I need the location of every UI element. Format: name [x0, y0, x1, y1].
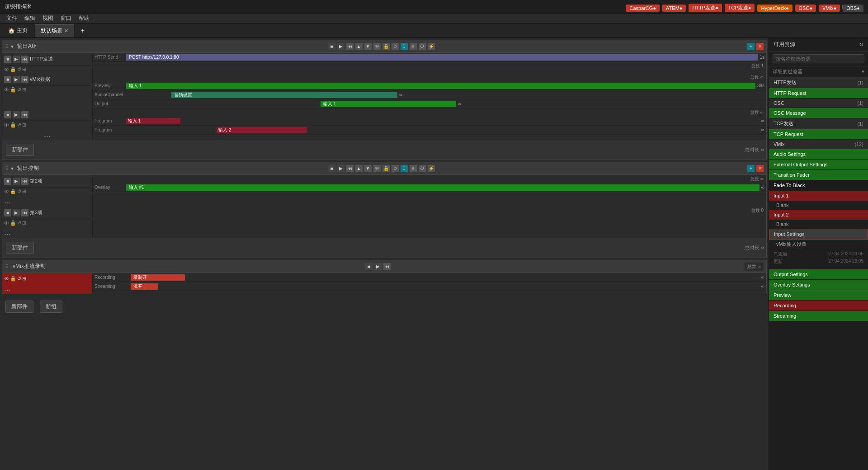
- group-a-prev-btn[interactable]: ⏮: [346, 43, 354, 50]
- rp-ext-output[interactable]: External Output Settings: [769, 160, 868, 170]
- vs-stop-btn[interactable]: ■: [365, 263, 373, 270]
- item2-dots[interactable]: ...: [4, 196, 11, 205]
- prog-prev-btn[interactable]: ⏮: [21, 111, 28, 118]
- group-a-lock-btn[interactable]: 🔒: [382, 43, 390, 50]
- gc-down-btn[interactable]: ▼: [364, 165, 372, 172]
- gc-loop-btn[interactable]: ↺: [392, 165, 399, 172]
- rp-overlay-settings[interactable]: Overlay Settings: [769, 280, 868, 290]
- rp-blank2[interactable]: Blank: [769, 220, 868, 229]
- item3-stop-btn[interactable]: ■: [4, 209, 11, 216]
- prog-loop-icon[interactable]: ↺: [17, 122, 21, 128]
- rp-streaming[interactable]: Streaming: [769, 311, 868, 321]
- gc-num-btn[interactable]: 1: [401, 165, 408, 172]
- gc-prev-btn[interactable]: ⏮: [346, 165, 354, 172]
- rp-audio-settings[interactable]: Audio Settings: [769, 149, 868, 160]
- vs-eye[interactable]: 👁: [4, 276, 9, 282]
- status-osc[interactable]: OSC●: [795, 5, 816, 12]
- rp-filter[interactable]: 详细的过滤器 ▾: [769, 66, 868, 77]
- item3-eye[interactable]: 👁: [4, 221, 9, 226]
- group-a-add-btn[interactable]: +: [747, 43, 755, 50]
- rp-recording[interactable]: Recording: [769, 301, 868, 311]
- rp-input2[interactable]: Input 2: [769, 210, 868, 220]
- group-a-seq-btn[interactable]: ≡: [410, 43, 417, 50]
- status-casparcg[interactable]: CasparCG●: [626, 5, 660, 12]
- vmix-play-btn[interactable]: ▶: [13, 76, 20, 83]
- status-tcp[interactable]: TCP发送●: [725, 4, 755, 12]
- tab-close-icon[interactable]: ✕: [64, 28, 68, 34]
- group-a-up-btn[interactable]: ▲: [355, 43, 363, 50]
- vs-prev-btn[interactable]: ⏮: [383, 263, 391, 270]
- gc-sch-btn[interactable]: ⏱: [419, 165, 426, 172]
- gc-stop-btn[interactable]: ■: [328, 165, 335, 172]
- vmix-lock-icon[interactable]: 🔒: [10, 87, 16, 93]
- prog-eye-icon[interactable]: 👁: [4, 122, 9, 128]
- vmix-eye-icon[interactable]: 👁: [4, 87, 9, 93]
- status-http[interactable]: HTTP发送●: [689, 4, 722, 12]
- rp-tcp-request[interactable]: TCP Request: [769, 129, 868, 140]
- rp-cat-tcp[interactable]: TCP发送 (1): [769, 118, 868, 129]
- group-a-stop-btn[interactable]: ■: [328, 43, 335, 50]
- rp-http-request[interactable]: HTTP Request: [769, 88, 868, 99]
- rp-preview[interactable]: Preview: [769, 290, 868, 301]
- http-eye-icon[interactable]: 👁: [4, 67, 9, 72]
- rp-output-settings[interactable]: Output Settings: [769, 269, 868, 280]
- status-atem[interactable]: ATEM●: [662, 5, 686, 12]
- http-play-btn[interactable]: ▶: [13, 56, 20, 63]
- item2-lock[interactable]: 🔒: [10, 188, 16, 194]
- rp-input-settings[interactable]: Input Settings: [769, 229, 868, 240]
- rp-blank1[interactable]: Blank: [769, 201, 868, 210]
- new-group-btn[interactable]: 新组: [40, 301, 62, 313]
- prog-lock-icon[interactable]: 🔒: [10, 122, 16, 128]
- rp-fade-black[interactable]: Fade To Black: [769, 180, 868, 191]
- item2-grid[interactable]: ⊞: [22, 188, 26, 194]
- rp-transition[interactable]: Transition Fader: [769, 170, 868, 180]
- http-loop-icon[interactable]: ↺: [17, 66, 21, 72]
- gc-bolt-btn[interactable]: ⚡: [428, 165, 435, 172]
- item3-grid[interactable]: ⊞: [22, 220, 26, 226]
- item2-loop[interactable]: ↺: [17, 188, 21, 194]
- prog-stop-btn[interactable]: ■: [4, 111, 11, 118]
- group-a-sch-btn[interactable]: ⏱: [419, 43, 426, 50]
- group-a-down-btn[interactable]: ▼: [364, 43, 372, 50]
- tab-add-btn[interactable]: +: [76, 27, 89, 35]
- group-a-new-btn[interactable]: 新部件: [6, 144, 34, 156]
- item2-stop-btn[interactable]: ■: [4, 178, 11, 185]
- menu-help[interactable]: 帮助: [75, 14, 93, 23]
- vmix-grid-icon[interactable]: ⊞: [22, 87, 26, 93]
- vs-loop[interactable]: ↺: [17, 276, 21, 282]
- vs-lock[interactable]: 🔒: [10, 276, 16, 282]
- item3-loop[interactable]: ↺: [17, 220, 21, 226]
- vs-play-btn[interactable]: ▶: [374, 263, 382, 270]
- gc-add-btn[interactable]: +: [747, 165, 755, 172]
- group-a-play-btn[interactable]: ▶: [337, 43, 344, 50]
- gc-up-btn[interactable]: ▲: [355, 165, 363, 172]
- group-a-bolt-btn[interactable]: ⚡: [428, 43, 435, 50]
- http-grid-icon[interactable]: ⊞: [22, 66, 26, 72]
- menu-edit[interactable]: 编辑: [21, 14, 39, 23]
- http-prev-btn[interactable]: ⏮: [21, 56, 28, 63]
- group-a-expand-icon[interactable]: ▾: [11, 43, 14, 50]
- http-lock-icon[interactable]: 🔒: [10, 66, 16, 72]
- item2-eye[interactable]: 👁: [4, 189, 9, 194]
- rp-cat-osc[interactable]: OSC (1): [769, 99, 868, 108]
- group-a-num-btn[interactable]: 1: [401, 43, 408, 50]
- prog-play-btn[interactable]: ▶: [13, 111, 20, 118]
- vs-grid[interactable]: ⊞: [22, 276, 26, 282]
- vmix-stop-btn[interactable]: ■: [4, 76, 11, 83]
- tab-default-scene[interactable]: 默认场景 ✕: [35, 24, 74, 37]
- gc-seq-btn[interactable]: ≡: [410, 165, 417, 172]
- status-obs[interactable]: OBS●: [843, 5, 863, 12]
- vmix-loop-icon[interactable]: ↺: [17, 87, 21, 93]
- rp-cat-vmix[interactable]: VMix (12): [769, 140, 868, 149]
- group-a-loop-btn[interactable]: ↺: [392, 43, 399, 50]
- rp-search-input[interactable]: [773, 54, 864, 63]
- item2-play-btn[interactable]: ▶: [13, 178, 20, 185]
- new-part-btn[interactable]: 新部件: [5, 301, 33, 313]
- menu-file[interactable]: 文件: [3, 14, 21, 23]
- tab-home[interactable]: 🏠 主页: [3, 24, 33, 37]
- rp-osc-message[interactable]: OSC Message: [769, 108, 868, 118]
- rp-refresh-icon[interactable]: ↻: [859, 42, 863, 48]
- rp-input1[interactable]: Input 1: [769, 191, 868, 201]
- gc-play-btn[interactable]: ▶: [337, 165, 344, 172]
- group-a-del-btn[interactable]: ✕: [756, 43, 764, 50]
